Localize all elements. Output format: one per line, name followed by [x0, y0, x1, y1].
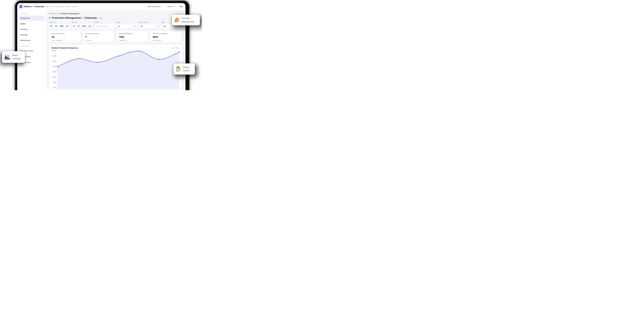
sidebar-item-planning[interactable]: Planning [19, 32, 45, 37]
user-avatar[interactable]: AM [179, 4, 183, 9]
label-line: Management [182, 20, 194, 23]
chart-card: Weekly Production Output (L) Last 7 days… [49, 44, 182, 90]
search-icon [46, 6, 48, 8]
y-tick-label: 10,000 [52, 71, 56, 72]
sidebar-item-quality[interactable]: Quality [19, 21, 45, 26]
breadcrumb-separator: / [59, 13, 60, 14]
kpi-subtext: +2 vs. yesterday [52, 40, 78, 41]
chart-area: 18,00016,00014,00012,00010,0008,0006,000… [52, 51, 180, 90]
sidebar-modules-heading: MODULES [19, 13, 45, 14]
batch-tracking-icon [4, 54, 10, 60]
shift-select-value: Any [163, 25, 178, 27]
page-title: Production Management — Chemicals [52, 16, 97, 19]
main-content: Manufacturing / Production Management Pr… [47, 10, 186, 90]
brand: E ERPNext — Production [20, 5, 44, 8]
quality-control-label: Quality Control [183, 66, 190, 72]
breadcrumb-parent[interactable]: Manufacturing [49, 13, 59, 14]
quality-control-card[interactable]: QC Quality Control [173, 64, 195, 74]
plant-selector-label: Plant 01 [167, 6, 173, 8]
status-select[interactable]: All [116, 24, 137, 28]
plant-selector[interactable]: Plant 01 [165, 4, 177, 8]
sidebar-item-label: Inventory [20, 28, 28, 30]
y-tick-label: 8,000 [53, 76, 56, 78]
chart-caption: Last 7 days [172, 47, 180, 49]
filter-status: Status All [116, 22, 137, 28]
kpi-subtext: Last 30 days [153, 40, 180, 41]
topbar-right: Acme Chemicals Plant 01 AM [145, 4, 183, 9]
chart-data-point [179, 52, 180, 52]
chart-data-point [98, 62, 98, 63]
kpi-card-capacity-utilization: Capacity Utilization 78% Target 85% [117, 31, 148, 42]
y-tick-label: 16,000 [52, 55, 56, 57]
kpi-card-open-work-orders: Open Work Orders 12 +2 vs. yesterday [49, 31, 80, 42]
work-center-select-value: All [140, 25, 156, 27]
y-tick-label: 18,000 [52, 50, 56, 52]
chart-data-point [118, 56, 119, 56]
formula-management-label: Formula Management [182, 16, 194, 24]
chevron-down-icon [134, 26, 136, 26]
app-title: ERPNext — Production [24, 6, 44, 8]
kpi-value: 12 [52, 36, 78, 38]
status-select-value: All [118, 25, 134, 27]
formula-management-icon [174, 17, 180, 23]
kpi-subtext: Target 85% [119, 40, 146, 41]
top-bar: E ERPNext — Production Acme Chemicals Pl… [17, 3, 186, 10]
kpi-value: 7 [85, 36, 112, 38]
label-line: Formula [182, 17, 190, 20]
y-tick-label: 12,000 [52, 66, 56, 67]
filter-label: Date To [72, 22, 92, 23]
date-to-input[interactable]: 31 - 10 - 2025 [72, 24, 92, 28]
status-dot-icon [49, 17, 50, 19]
kpi-card-in-process-batches: In-Process Batches 7 3 on hold [83, 31, 114, 42]
today-badge: Today [98, 17, 103, 19]
kpi-label: Capacity Utilization [119, 33, 146, 34]
label-line: Control [183, 70, 190, 72]
sidebar-item-maintenance[interactable]: Maintenance [19, 38, 45, 43]
chevron-down-icon [156, 26, 158, 26]
sidebar-item-label: Production [20, 17, 30, 19]
label-line: Tracking [12, 58, 20, 60]
company-selector[interactable]: Acme Chemicals [145, 4, 164, 8]
chart-data-point [159, 59, 160, 60]
sidebar-item-inventory[interactable]: Inventory [19, 27, 45, 32]
product-input[interactable] [96, 25, 113, 27]
chart-area-fill [58, 51, 180, 90]
date-from-value: 01 - 10 - 2025 [50, 25, 66, 27]
avatar-initials: AM [180, 6, 182, 8]
y-tick-label: 4,000 [53, 87, 56, 88]
filter-label: Work Center [139, 22, 160, 23]
sidebar-item-label: Quality [20, 23, 26, 25]
caret-down-icon [174, 6, 175, 7]
breadcrumb: Manufacturing / Production Management [49, 13, 182, 14]
date-from-input[interactable]: 01 - 10 - 2025 [49, 24, 70, 28]
kpi-value: 92% [153, 36, 180, 38]
filter-bar: Date From 01 - 10 - 2025 Date To 31 - 10… [49, 22, 182, 28]
kpi-row: Open Work Orders 12 +2 vs. yesterday In-… [49, 31, 182, 42]
chart-data-point [57, 66, 58, 67]
calendar-icon[interactable] [89, 26, 90, 27]
product-input-wrap [94, 24, 114, 28]
y-tick-label: 6,000 [53, 82, 56, 83]
page-header: Production Management — Chemicals Today [49, 16, 182, 19]
filter-label: Status [116, 22, 137, 23]
y-tick-label: 14,000 [52, 60, 56, 62]
calendar-icon[interactable] [66, 26, 68, 27]
caret-down-icon [160, 6, 162, 7]
batch-tracking-label: Batch Tracking [12, 54, 20, 60]
kpi-subtext: 3 on hold [85, 40, 112, 41]
global-search[interactable] [44, 4, 132, 9]
formula-management-card[interactable]: Formula Management [172, 15, 200, 26]
chart-svg [58, 51, 180, 90]
work-center-select[interactable]: All [139, 24, 160, 28]
sidebar-item-production[interactable]: Production [19, 16, 45, 21]
filter-date-from: Date From 01 - 10 - 2025 [49, 22, 70, 28]
kpi-label: Open Work Orders [52, 33, 78, 34]
logo-letter: E [20, 6, 22, 8]
batch-tracking-card[interactable]: Batch Tracking [2, 51, 25, 63]
chart-data-point [138, 51, 139, 52]
sidebar: MODULES Production Quality Inventory Pla… [17, 10, 47, 90]
app-logo: E [20, 5, 22, 8]
search-input[interactable] [49, 6, 131, 8]
chart-y-axis: 18,00016,00014,00012,00010,0008,0006,000… [52, 51, 58, 90]
sidebar-shortcuts-heading: SHORTCUTS [19, 45, 45, 47]
